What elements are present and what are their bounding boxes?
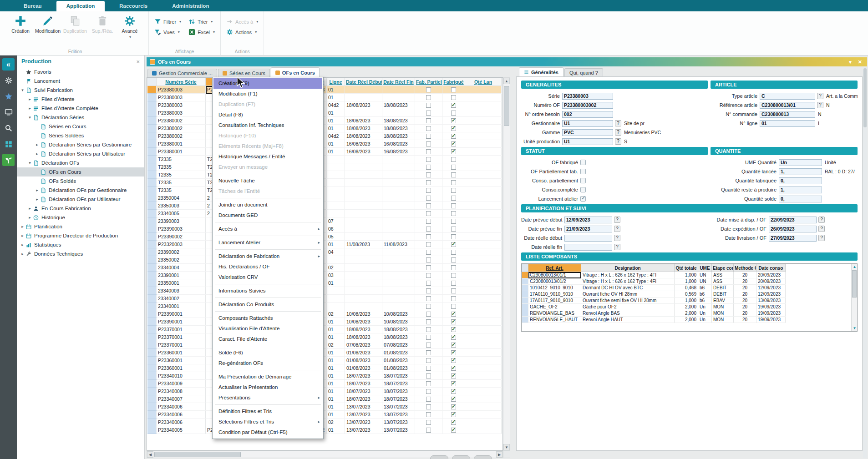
sidebar-item-programme-directeur-de-production[interactable]: ▸Programme Directeur de Production (17, 231, 144, 240)
field-input-quantit-solde[interactable]: 0, (779, 196, 822, 202)
row-selector-cell[interactable] (147, 241, 157, 248)
context-menu-item-cr-ation-f9[interactable]: Création (F9) (213, 78, 322, 89)
composants-column-designation[interactable]: Designation (581, 264, 675, 272)
field-input-ume-quantit[interactable]: Un (779, 159, 822, 166)
grid-row[interactable]: T2335T2 (147, 171, 502, 179)
context-menu-item-d-tail-f8[interactable]: Détail (F8) (213, 110, 322, 120)
row-selector-cell[interactable] (147, 411, 157, 419)
grid-row[interactable]: P233800020118/08/202318/08/2023 (147, 125, 502, 132)
field-input-gamme[interactable]: PVC (562, 129, 613, 136)
tab-ofs-en-cours[interactable]: OFs en Cours (271, 67, 320, 77)
tree-expander-icon[interactable]: ▸ (34, 151, 40, 156)
cr-ation-button[interactable]: Création (7, 13, 34, 34)
modules-grid-icon[interactable] (2, 138, 15, 150)
filtrer-button[interactable]: Filtrer▾ (154, 18, 181, 25)
context-menu-item-ma-pr-sentation-de-d-marrage[interactable]: Ma Présentation de Démarrage (213, 372, 322, 382)
bottom-button[interactable] (430, 455, 448, 459)
composants-row[interactable]: C230800013/01/1Vitrage : H x L : 626 x 1… (522, 272, 786, 278)
column-header-date-r-el-d-but[interactable]: Date Réel Début (345, 78, 382, 86)
grid-row[interactable]: P233400100118/07/202318/07/2023 (147, 372, 502, 380)
context-menu-item-actualiser-la-pr-sentation[interactable]: Actualiser la Présentation (213, 382, 322, 393)
panel-scrollbar-thumb[interactable] (863, 68, 867, 127)
field-input-date-livraison-of[interactable]: 27/09/2023 (769, 235, 817, 242)
row-selector-cell[interactable] (147, 318, 157, 326)
grid-vertical-scrollbar[interactable]: ▲▼ (503, 77, 510, 451)
column-header-num-ro-s-rie[interactable]: Numéro Série (157, 78, 206, 86)
sidebar-item-files-d-attente-compl-te[interactable]: ▸Files d'Attente Complète (17, 104, 144, 113)
row-selector-cell[interactable] (147, 217, 157, 225)
tab-gestion-commerciale[interactable]: Gestion Commerciale ... (147, 69, 217, 77)
field-input-type-article[interactable]: C (760, 93, 815, 100)
tree-expander-icon[interactable]: ▸ (27, 97, 33, 101)
grid-row[interactable]: 233400052 (147, 210, 502, 217)
help-lookup-button[interactable]: ? (615, 129, 621, 136)
settings-gear-icon[interactable] (2, 74, 15, 86)
grid-row[interactable]: 2335000101 (147, 279, 502, 287)
row-selector-cell[interactable] (147, 295, 157, 303)
grid-row[interactable]: P23340005P23340005/05C230700012/01C23070… (147, 426, 502, 434)
context-menu-item-re-g-n-ration-ofs[interactable]: Re-génération OFs (213, 358, 322, 368)
context-menu-item-d-finition-filtres-et-tris[interactable]: Définition Filtres et Tris (213, 406, 322, 417)
sidebar-item-d-claration-s-ries-par-gestionnaire[interactable]: ▸Déclaration Séries par Gestionnaire (17, 140, 144, 149)
sidebar-item-s-ries-en-cours[interactable]: Séries en Cours (17, 122, 144, 131)
grid-row[interactable]: 233500042 (147, 194, 502, 202)
context-menu-item-composants-rattach-s[interactable]: Composants Rattachés (213, 313, 322, 323)
menu-tab-administration[interactable]: Administration (162, 1, 219, 11)
sidebar-item-ofs-en-cours[interactable]: OFs en Cours (17, 167, 144, 177)
composants-scroll-thumb[interactable] (852, 270, 857, 298)
context-menu-item-lancement-atelier[interactable]: Lancement Atelier▸ (213, 237, 322, 248)
grid-row[interactable]: P233800020118/08/202318/08/2023 (147, 117, 502, 125)
column-header-selector[interactable] (147, 78, 157, 86)
row-selector-cell[interactable] (147, 380, 157, 388)
search-icon[interactable] (2, 122, 15, 134)
sidebar-item-donn-es-techniques[interactable]: ▸Données Techniques (17, 249, 144, 258)
grid-row[interactable]: P233900010210/08/202310/08/2023 (147, 310, 502, 318)
grid-row[interactable]: 23340002 (147, 295, 502, 303)
bottom-button[interactable] (474, 455, 492, 459)
row-selector-cell[interactable] (147, 140, 157, 148)
help-lookup-button[interactable]: ? (614, 235, 620, 241)
grid-row[interactable]: 23340003 (147, 287, 502, 295)
field-input-quantit-fabriqu-e[interactable]: 0, (779, 177, 822, 184)
grid-row[interactable]: P2339000205 (147, 233, 502, 241)
column-header-date-r-el-fin[interactable]: Date Réel Fin (382, 78, 415, 86)
avanc-button[interactable]: Avancé▾ (117, 13, 143, 39)
sidebar-item-suivi-fabrication[interactable]: ▾Suivi Fabrication (17, 86, 144, 95)
row-selector-cell[interactable] (147, 86, 157, 94)
grid-row[interactable]: P233800010116/08/202316/08/2023 (147, 148, 502, 156)
row-selector-cell[interactable] (147, 333, 157, 341)
row-selector-cell[interactable] (147, 117, 157, 125)
help-lookup-button[interactable]: ? (614, 217, 620, 223)
bottom-button[interactable] (452, 455, 470, 459)
context-menu-item-his-d-clarations-of[interactable]: His. Déclarations / OF (213, 262, 322, 272)
detail-tab-g-n-ralit-s[interactable]: Généralités (519, 67, 563, 76)
row-selector-cell[interactable] (147, 426, 157, 434)
field-input-n-commande[interactable]: C230800013 (760, 111, 815, 118)
tree-expander-icon[interactable]: ▸ (20, 252, 25, 256)
field-input-quantit-lanc-e[interactable]: 1, (779, 168, 822, 175)
sidebar-item-favoris[interactable]: Favoris (17, 67, 144, 76)
grid-row[interactable]: P233600010101/08/202301/08/2023 (147, 349, 502, 357)
help-lookup-button[interactable]: ? (817, 93, 823, 99)
tree-expander-icon[interactable]: ▾ (20, 88, 25, 92)
row-selector-cell[interactable] (147, 163, 157, 171)
sidebar-item-d-claration-ofs-par-utilisateur[interactable]: ▸Déclaration OFs par Utilisateur (17, 195, 144, 204)
row-selector-cell[interactable] (147, 194, 157, 202)
composants-row-selector[interactable] (522, 317, 528, 323)
sidebar-item-historique[interactable]: ▸Historique (17, 213, 144, 222)
grid-row[interactable]: 2334000402 (147, 264, 502, 272)
column-header-fabriqu[interactable]: Fabriqué (442, 78, 465, 86)
panel-vertical-scrollbar[interactable] (863, 67, 867, 458)
context-menu-item-visualisation-file-d-attente[interactable]: Visualisation File d'Attente (213, 323, 322, 334)
row-selector-cell[interactable] (147, 109, 157, 117)
grid-row[interactable]: P2338000204d218/08/202318/08/2023 (147, 132, 502, 140)
desktop-monitor-icon[interactable] (2, 106, 15, 118)
grid-row[interactable]: P233900010110/08/202310/08/2023 (147, 318, 502, 326)
grid-row[interactable]: P233400060213/07/202313/07/2023 (147, 419, 502, 426)
grid-row[interactable]: P2339000306 (147, 225, 502, 233)
help-lookup-button[interactable]: ? (615, 120, 621, 126)
row-selector-cell[interactable] (147, 349, 157, 357)
tree-expander-icon[interactable]: ▸ (27, 206, 33, 211)
field-input-date-r-elle-d-but[interactable] (564, 235, 612, 242)
tree-expander-icon[interactable]: ▾ (27, 161, 33, 165)
